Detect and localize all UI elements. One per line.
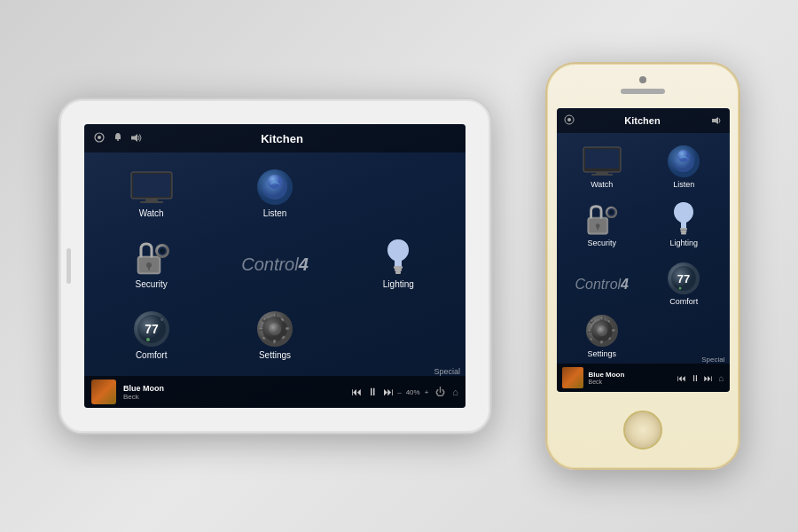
phone-comfort-icon: 77	[664, 262, 703, 294]
tablet-lighting-label: Lighting	[383, 279, 414, 289]
tablet-listen-icon	[252, 169, 298, 205]
svg-text:77: 77	[677, 272, 690, 286]
svg-rect-31	[286, 327, 291, 331]
tablet-brand-text: Control4	[241, 254, 309, 275]
phone-listen-icon	[664, 145, 703, 177]
phone-play-btn[interactable]: ⏸	[691, 373, 700, 383]
tablet-vol-down-btn[interactable]: –	[397, 388, 401, 396]
phone-brand-item: Control4	[562, 256, 643, 313]
phone-header-left-icon[interactable]	[564, 113, 575, 129]
svg-point-25	[146, 338, 150, 341]
phone-track-info: Blue Moon Beck	[589, 371, 676, 385]
svg-marker-39	[712, 117, 718, 124]
phone-track-artist: Beck	[589, 379, 676, 385]
phone-home-icon[interactable]: ⌂	[718, 373, 724, 383]
tablet-volume-control: – 40% +	[397, 388, 428, 396]
svg-point-53	[609, 210, 614, 215]
svg-rect-2	[117, 139, 119, 141]
phone-next-btn[interactable]: ⏭	[704, 373, 713, 383]
svg-rect-5	[133, 174, 170, 197]
phone-prev-btn[interactable]: ⏮	[677, 373, 686, 383]
phone-main-grid: Watch	[557, 133, 730, 364]
tablet-power-icon[interactable]: ⏻	[435, 387, 445, 397]
svg-rect-55	[681, 230, 687, 232]
svg-rect-50	[597, 227, 598, 231]
tablet-empty-topright	[339, 160, 458, 227]
tablet-listen-label: Listen	[263, 208, 287, 218]
svg-point-38	[567, 118, 571, 121]
phone-settings-icon	[583, 315, 622, 347]
tablet-listen-item[interactable]: Listen	[215, 160, 334, 227]
tablet-watch-item[interactable]: Watch	[91, 160, 211, 227]
tablet-track-name: Blue Moon	[123, 384, 348, 393]
phone-security-label: Security	[587, 239, 616, 247]
phone-screen: Kitchen	[557, 108, 730, 392]
tablet-settings-label: Settings	[259, 350, 291, 360]
phone-lighting-label: Lighting	[669, 239, 698, 247]
phone-watch-icon	[583, 145, 622, 177]
tablet-screen: Kitchen	[84, 124, 466, 408]
svg-rect-56	[681, 232, 686, 235]
svg-rect-43	[591, 174, 613, 176]
phone-bottom-area	[623, 392, 662, 468]
tablet-vol-up-btn[interactable]: +	[425, 388, 429, 396]
phone-home-button[interactable]	[623, 411, 662, 450]
phone-speaker	[621, 89, 665, 94]
tablet-empty-bottomright	[339, 301, 458, 369]
phone-comfort-label: Comfort	[669, 297, 698, 306]
svg-rect-19	[395, 269, 402, 271]
svg-rect-54	[680, 228, 687, 231]
phone-listen-item[interactable]: Listen	[644, 138, 724, 195]
phone-comfort-item[interactable]: 77	[644, 256, 724, 313]
svg-text:77: 77	[145, 322, 159, 336]
tablet-next-btn[interactable]: ⏭	[383, 386, 394, 398]
tablet-album-art	[91, 379, 116, 404]
phone-header-title: Kitchen	[624, 115, 660, 126]
tablet-app: Kitchen	[84, 124, 466, 408]
tablet-home-icon[interactable]: ⌂	[452, 387, 458, 397]
scene: Kitchen	[0, 0, 798, 532]
tablet-volume-label: 40%	[406, 388, 420, 396]
svg-rect-42	[596, 172, 608, 174]
phone-playback-controls: ⏮ ⏸ ⏭	[677, 373, 713, 383]
phone-lighting-item[interactable]: Lighting	[644, 197, 724, 254]
tablet-main-grid: Watch	[84, 153, 466, 376]
svg-rect-65	[588, 329, 592, 332]
tablet-track-info: Blue Moon Beck	[123, 384, 348, 401]
tablet-volume-icon[interactable]	[130, 133, 143, 145]
phone-header-volume-icon[interactable]	[711, 113, 723, 129]
tablet-header-left-icons	[93, 131, 143, 145]
svg-rect-66	[612, 329, 616, 332]
phone-security-icon	[583, 204, 622, 236]
tablet-comfort-icon: 77 °	[129, 311, 175, 347]
phone-settings-item[interactable]: Settings	[562, 315, 643, 358]
tablet-settings-icon	[252, 311, 298, 347]
tablet-security-item[interactable]: Security	[91, 231, 211, 298]
svg-marker-3	[131, 134, 137, 142]
tablet-brand-item: Control4	[215, 231, 334, 298]
tablet-security-label: Security	[136, 279, 168, 289]
svg-rect-14	[148, 266, 150, 270]
phone-watch-item[interactable]: Watch	[562, 138, 643, 195]
tablet-play-btn[interactable]: ⏸	[367, 386, 378, 398]
svg-rect-20	[395, 271, 401, 274]
tablet-special-label: Special	[434, 367, 460, 376]
tablet-prev-btn[interactable]: ⏮	[351, 386, 362, 398]
svg-point-17	[160, 248, 165, 254]
svg-point-36	[269, 323, 281, 335]
tablet-menu-icon[interactable]	[93, 131, 106, 145]
tablet-settings-item[interactable]: Settings	[215, 301, 334, 369]
tablet-comfort-item[interactable]: 77 °	[91, 301, 211, 369]
phone-security-item[interactable]: Security	[562, 197, 643, 254]
phone-track-name: Blue Moon	[589, 371, 676, 379]
tablet-bell-icon[interactable]	[113, 132, 123, 145]
phone-header: Kitchen	[557, 108, 730, 133]
phone-device: Kitchen	[545, 62, 740, 470]
phone-camera	[639, 76, 646, 83]
tablet-lighting-item[interactable]: Lighting	[339, 231, 458, 298]
svg-rect-7	[140, 201, 163, 203]
tablet-header-title: Kitchen	[143, 132, 421, 145]
svg-point-60	[679, 287, 682, 290]
tablet-track-artist: Beck	[123, 393, 348, 401]
svg-point-71	[597, 325, 607, 336]
